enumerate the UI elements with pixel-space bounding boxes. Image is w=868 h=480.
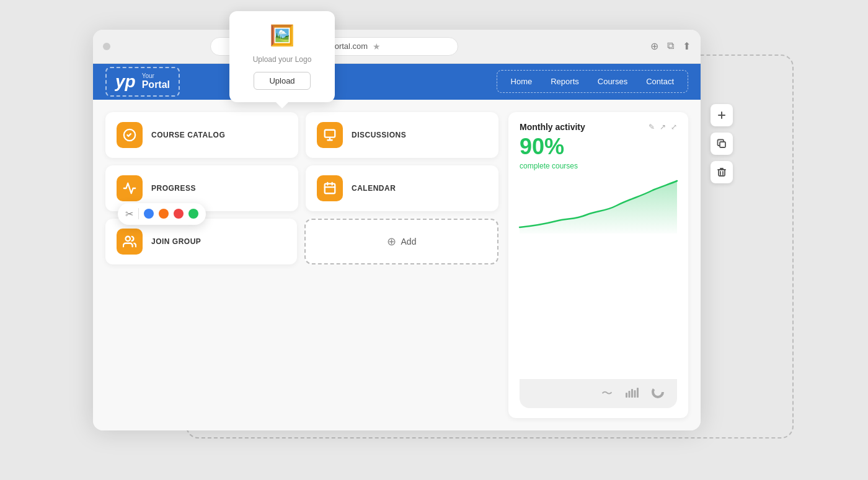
discussions-icon <box>317 122 343 148</box>
activity-header-icons: ✎ ↗ ⤢ <box>649 123 677 131</box>
nav-link-reports[interactable]: Reports <box>543 74 587 89</box>
toolbar-delete-button[interactable] <box>711 161 733 183</box>
share-icon[interactable]: ⬆ <box>683 40 691 52</box>
portal-logo-text: Your Portal <box>142 72 170 90</box>
scissors-icon[interactable]: ✂ <box>125 208 133 220</box>
bar-chart-icon[interactable] <box>625 386 639 401</box>
color-dot-red[interactable] <box>174 209 184 219</box>
widget-course-catalog[interactable]: COURSE CATALOG <box>105 112 298 158</box>
browser-actions: ⊕ ⧉ ⬆ <box>650 40 691 52</box>
widget-grid: COURSE CATALOG DISCUSSIONS <box>105 112 498 418</box>
widget-row-3: JOIN GROUP ⊕ Add <box>105 219 498 264</box>
line-chart-icon[interactable]: 〜 <box>601 386 613 401</box>
widget-discussions[interactable]: DISCUSSIONS <box>306 112 498 158</box>
widget-calendar[interactable]: CALENDAR <box>306 165 498 211</box>
activity-chart-svg <box>520 178 677 233</box>
logo-upload-text: Upload your Logo <box>253 55 312 65</box>
svg-rect-1 <box>325 129 335 137</box>
activity-percentage: 90% <box>520 136 677 158</box>
add-widget-icon: ⊕ <box>387 235 396 248</box>
browser-dot <box>103 43 110 50</box>
svg-rect-16 <box>720 142 725 147</box>
nav-link-courses[interactable]: Courses <box>590 74 635 89</box>
progress-icon <box>117 175 143 201</box>
svg-rect-7 <box>626 393 627 398</box>
join-group-label: JOIN GROUP <box>151 237 201 246</box>
toolbar-copy-button[interactable] <box>711 133 733 155</box>
svg-rect-2 <box>325 183 335 193</box>
donut-chart-icon[interactable] <box>651 385 665 402</box>
course-catalog-label: COURSE CATALOG <box>151 131 225 139</box>
dashboard-content: COURSE CATALOG DISCUSSIONS <box>93 100 701 430</box>
upload-button[interactable]: Upload <box>254 72 310 90</box>
progress-label: PROGRESS <box>151 184 196 193</box>
star-icon[interactable]: ★ <box>373 41 381 51</box>
edit-icon[interactable]: ✎ <box>649 123 655 131</box>
nav-link-contact[interactable]: Contact <box>639 74 681 89</box>
activity-card-header: Monthly activity ✎ ↗ ⤢ <box>520 122 677 132</box>
add-widget-label: Add <box>401 237 417 247</box>
widget-join-group[interactable]: JOIN GROUP <box>105 219 297 264</box>
discussions-label: DISCUSSIONS <box>352 131 406 139</box>
svg-point-13 <box>655 390 660 395</box>
join-group-icon <box>117 229 143 255</box>
activity-subtitle: complete courses <box>520 162 677 170</box>
portal-logo[interactable]: yp Your Portal <box>105 67 180 97</box>
nav-link-home[interactable]: Home <box>503 74 540 89</box>
svg-rect-11 <box>637 388 639 398</box>
svg-rect-17 <box>719 170 725 176</box>
copy-icon[interactable]: ⧉ <box>667 40 674 52</box>
course-catalog-icon <box>117 122 143 148</box>
external-link-icon[interactable]: ↗ <box>660 123 666 131</box>
logo-upload-card: 🖼️ Upload your Logo Upload <box>229 11 335 103</box>
widget-add[interactable]: ⊕ Add <box>304 219 498 264</box>
svg-rect-9 <box>631 389 633 398</box>
toolbar-add-button[interactable] <box>711 104 733 126</box>
calendar-icon <box>317 175 343 201</box>
browser-window: https://your-portal.com ★ ⊕ ⧉ ⬆ yp Your … <box>93 30 701 426</box>
portal-nav-links: Home Reports Courses Contact <box>497 70 688 93</box>
portal-logo-letters: yp <box>115 72 136 92</box>
side-toolbar <box>711 104 733 183</box>
activity-title: Monthly activity <box>520 122 585 132</box>
svg-point-6 <box>126 236 130 240</box>
svg-rect-8 <box>629 391 631 398</box>
portal-logo-text-bottom: Portal <box>142 79 170 90</box>
color-dot-orange[interactable] <box>159 209 169 219</box>
calendar-label: CALENDAR <box>352 184 396 193</box>
svg-rect-10 <box>634 390 636 398</box>
image-upload-icon: 🖼️ <box>270 24 294 47</box>
portal-nav: yp Your Portal Home Reports Courses Cont… <box>93 64 701 100</box>
widget-row-1: COURSE CATALOG DISCUSSIONS <box>105 112 498 158</box>
browser-chrome: https://your-portal.com ★ ⊕ ⧉ ⬆ <box>93 30 701 64</box>
color-dot-blue[interactable] <box>144 209 154 219</box>
expand-icon[interactable]: ⤢ <box>671 123 677 131</box>
browser-content: yp Your Portal Home Reports Courses Cont… <box>93 64 701 430</box>
color-dot-green[interactable] <box>188 209 198 219</box>
portal-logo-text-top: Your <box>142 72 170 79</box>
floating-toolbar: ✂ <box>118 203 206 225</box>
chart-area <box>520 178 677 233</box>
toolbar-divider <box>138 208 139 219</box>
activity-card: Monthly activity ✎ ↗ ⤢ 90% complete cour… <box>508 112 688 418</box>
add-tab-icon[interactable]: ⊕ <box>650 40 658 52</box>
chart-bottom-bar: 〜 <box>520 379 677 408</box>
